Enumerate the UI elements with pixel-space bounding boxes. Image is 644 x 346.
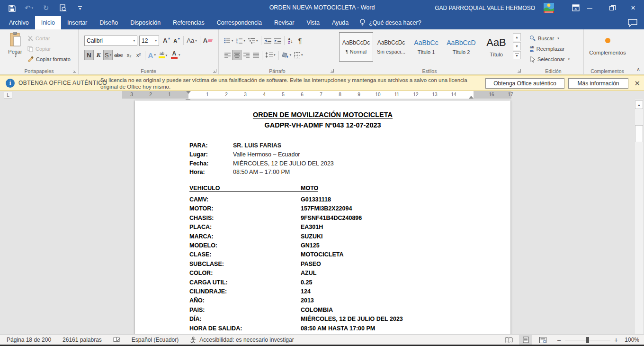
styles-dialog-launcher[interactable] (517, 69, 521, 73)
table-row: MARCA: SUZUKI (189, 232, 403, 241)
styles-scroll-up-button[interactable]: ▲ (513, 33, 521, 41)
table-row: SUBCLASE: PASEO (189, 260, 403, 269)
language-indicator[interactable]: Español (Ecuador) (132, 337, 179, 343)
zoom-slider-handle[interactable] (586, 337, 589, 343)
first-line-indent-marker[interactable] (186, 91, 191, 94)
tab-correspondencia[interactable]: Correspondencia (211, 16, 268, 29)
show-marks-button[interactable]: ¶ (295, 36, 305, 46)
collapse-ribbon-icon[interactable]: ∧ (636, 66, 640, 73)
addin-dot-icon (605, 38, 610, 43)
group-editing: Buscar▾ abac Reemplazar Seleccionar▾ Edi… (523, 29, 584, 75)
style-titulo-1[interactable]: AaBbCc Título 1 (409, 32, 443, 62)
text-effects-button[interactable]: A▾ (147, 50, 157, 60)
copy-button[interactable]: Copiar (27, 44, 71, 54)
paste-button[interactable]: Pegar ▾ (4, 32, 27, 67)
style-titulo[interactable]: AaB Título (479, 32, 513, 62)
tab-revisar[interactable]: Revisar (268, 16, 300, 29)
font-color-button[interactable]: A▾ (170, 50, 182, 60)
strikethrough-button[interactable]: abe (113, 50, 124, 60)
styles-more-button[interactable]: ▼ (513, 51, 521, 59)
bullets-button[interactable]: ▾ (223, 36, 235, 46)
bold-button[interactable]: N (84, 50, 94, 60)
sort-button[interactable]: AZ↓ (286, 36, 295, 46)
tab-disposicion[interactable]: Disposición (124, 16, 167, 29)
zoom-in-icon[interactable]: + (614, 336, 618, 344)
dismiss-warning-icon[interactable]: ✕ (634, 79, 640, 88)
document-page[interactable]: ORDEN DE MOVILIZACIÓN MOTOCICLETA GADPR-… (135, 100, 510, 334)
tab-inicio[interactable]: Inicio (35, 16, 61, 29)
subscript-button[interactable]: x₂ (125, 50, 134, 60)
select-button[interactable]: Seleccionar▾ (530, 54, 570, 64)
zoom-out-icon[interactable]: − (557, 336, 561, 344)
line-spacing-button[interactable]: ▾ (264, 50, 277, 60)
increase-indent-button[interactable] (273, 36, 283, 46)
cut-button[interactable]: Cortar (27, 33, 71, 44)
svg-text:3: 3 (236, 42, 238, 44)
align-center-button[interactable] (232, 50, 242, 60)
change-case-button[interactable]: Aa▾ (185, 36, 198, 46)
find-button[interactable]: Buscar▾ (530, 33, 570, 44)
numbering-button[interactable]: 123▾ (235, 36, 247, 46)
close-button[interactable]: × (622, 0, 644, 16)
highlight-color-button[interactable]: ab▾ (157, 50, 167, 60)
scrollbar-thumb[interactable] (635, 125, 643, 142)
zoom-slider[interactable] (565, 340, 610, 340)
align-left-button[interactable] (223, 50, 232, 60)
align-right-button[interactable] (242, 50, 251, 60)
underline-button[interactable]: S▾ (103, 50, 113, 60)
multilevel-list-button[interactable]: ▾ (247, 36, 259, 46)
get-office-button[interactable]: Obtenga Office auténtico (485, 78, 564, 89)
tell-me-box[interactable]: ¿Qué desea hacer? (355, 16, 426, 29)
font-size-combo[interactable]: 12▾ (139, 36, 159, 46)
tab-insertar[interactable]: Insertar (61, 16, 93, 29)
style-titulo-2[interactable]: AaBbCcD Título 2 (444, 32, 478, 62)
clear-formatting-button[interactable]: A (202, 36, 214, 46)
group-clipboard: Pegar ▾ Cortar Copiar Copiar formato Por… (0, 29, 79, 75)
superscript-button[interactable]: x² (134, 50, 143, 60)
scroll-up-icon[interactable]: ▲ (635, 100, 643, 109)
borders-button[interactable]: ▾ (293, 50, 304, 60)
account-name[interactable]: GAD PARROQUIAL VALLE HERMOSO (435, 5, 535, 11)
restore-button[interactable] (600, 0, 622, 16)
addins-button[interactable]: Complementos (586, 34, 629, 55)
doc-title-line2: GADPR-VH-ADMF Nº043 12-07-2023 (135, 121, 510, 129)
word-count[interactable]: 26161 palabras (63, 337, 102, 343)
tab-selector-button[interactable]: L (4, 91, 12, 99)
tab-vista[interactable]: Vista (300, 16, 326, 29)
avatar[interactable] (544, 3, 554, 15)
tab-diseno[interactable]: Diseño (93, 16, 124, 29)
font-dialog-launcher[interactable] (213, 69, 217, 73)
shading-button[interactable]: ▾ (280, 50, 293, 60)
table-row: CARGA UTIL: 0.25 (189, 278, 403, 287)
format-painter-button[interactable]: Copiar formato (27, 54, 71, 64)
right-indent-marker[interactable] (469, 96, 474, 99)
vertical-scrollbar[interactable]: ▲ (635, 100, 643, 334)
proofing-icon[interactable] (113, 337, 120, 343)
tab-referencias[interactable]: Referencias (167, 16, 211, 29)
style-normal[interactable]: AaBbCcDc ¶ Normal (339, 32, 373, 62)
cursor-icon (530, 56, 535, 63)
tab-archivo[interactable]: Archivo (3, 16, 35, 29)
italic-button[interactable]: K (94, 50, 103, 60)
decrease-indent-button[interactable] (263, 36, 273, 46)
paragraph-dialog-launcher[interactable] (330, 69, 334, 73)
ruler[interactable]: 321 1234567891011121314 1617 (122, 91, 511, 99)
more-info-button[interactable]: Más información (568, 78, 628, 89)
read-mode-button[interactable] (502, 335, 515, 345)
justify-button[interactable] (251, 50, 260, 60)
replace-button[interactable]: abac Reemplazar (530, 44, 570, 54)
print-layout-button[interactable] (519, 335, 532, 345)
shrink-font-button[interactable]: A▼ (172, 36, 182, 46)
comments-icon[interactable] (628, 19, 638, 27)
clipboard-dialog-launcher[interactable] (72, 69, 77, 73)
style-sin-espaciado[interactable]: AaBbCcDc Sin espaci... (374, 32, 408, 62)
web-layout-button[interactable] (536, 335, 549, 345)
tab-ayuda[interactable]: Ayuda (326, 16, 355, 29)
grow-font-button[interactable]: A▲ (161, 36, 172, 46)
page-indicator[interactable]: Página 18 de 200 (7, 337, 51, 343)
minimize-button[interactable] (579, 0, 600, 16)
styles-scroll-down-button[interactable]: ▼ (513, 42, 521, 50)
font-name-combo[interactable]: Calibri▾ (84, 36, 137, 46)
zoom-level[interactable]: 100% (625, 337, 639, 343)
accessibility-status[interactable]: Accesibilidad: es necesario investigar (190, 337, 294, 343)
